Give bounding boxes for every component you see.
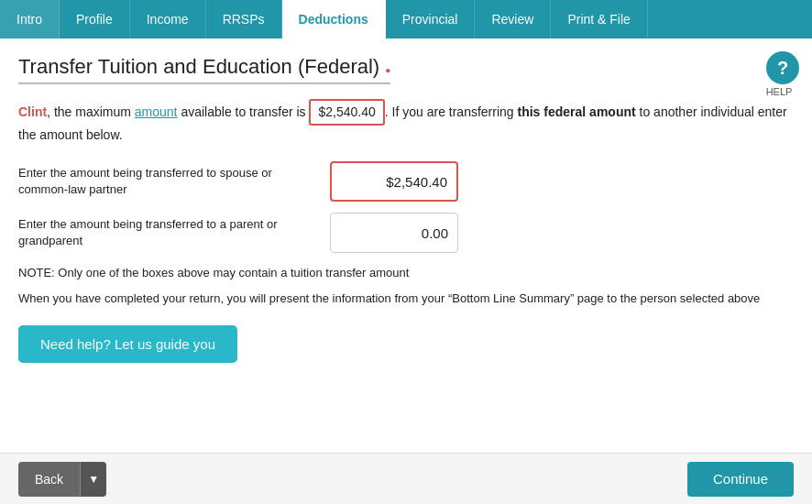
required-indicator: ● — [385, 65, 390, 75]
nav-profile[interactable]: Profile — [60, 0, 130, 38]
nav-provincial[interactable]: Provincial — [386, 0, 476, 38]
back-button[interactable]: Back — [18, 462, 80, 497]
bottom-bar: Back ▼ Continue — [0, 453, 812, 504]
help-button[interactable]: ? — [766, 51, 799, 84]
spouse-transfer-label: Enter the amount being transferred to sp… — [18, 165, 330, 198]
spouse-transfer-input[interactable] — [330, 161, 458, 202]
form-row-spouse: Enter the amount being transferred to sp… — [18, 161, 794, 202]
form-section: Enter the amount being transferred to sp… — [18, 161, 794, 253]
emphasis-text: this federal amount — [518, 104, 636, 119]
back-dropdown-button[interactable]: ▼ — [80, 462, 106, 497]
continue-button[interactable]: Continue — [687, 462, 794, 497]
nav-income[interactable]: Income — [130, 0, 206, 38]
nav-deductions[interactable]: Deductions — [282, 0, 386, 38]
parent-transfer-input[interactable] — [330, 213, 458, 253]
chevron-down-icon: ▼ — [88, 473, 99, 486]
note-one: NOTE: Only one of the boxes above may co… — [18, 264, 794, 282]
guide-button[interactable]: Need help? Let us guide you — [18, 325, 237, 363]
nav-intro[interactable]: Intro — [0, 0, 60, 38]
description-paragraph: Clint, the maximum amount available to t… — [18, 99, 794, 145]
parent-transfer-label: Enter the amount being transferred to a … — [18, 216, 330, 249]
help-label: HELP — [763, 86, 796, 97]
note-two: When you have completed your return, you… — [18, 290, 794, 308]
top-navigation: Intro Profile Income RRSPs Deductions Pr… — [0, 0, 812, 38]
nav-review[interactable]: Review — [475, 0, 551, 38]
user-name: Clint — [18, 104, 47, 119]
nav-rrsps[interactable]: RRSPs — [206, 0, 282, 38]
max-amount-display: $2,540.40 — [309, 99, 384, 126]
main-content: ? HELP Transfer Tuition and Education (F… — [0, 38, 812, 453]
nav-print-file[interactable]: Print & File — [551, 0, 647, 38]
page-title: Transfer Tuition and Education (Federal)… — [18, 55, 390, 84]
back-button-group: Back ▼ — [18, 462, 106, 497]
amount-link[interactable]: amount — [135, 104, 178, 119]
form-row-parent: Enter the amount being transferred to a … — [18, 213, 794, 253]
